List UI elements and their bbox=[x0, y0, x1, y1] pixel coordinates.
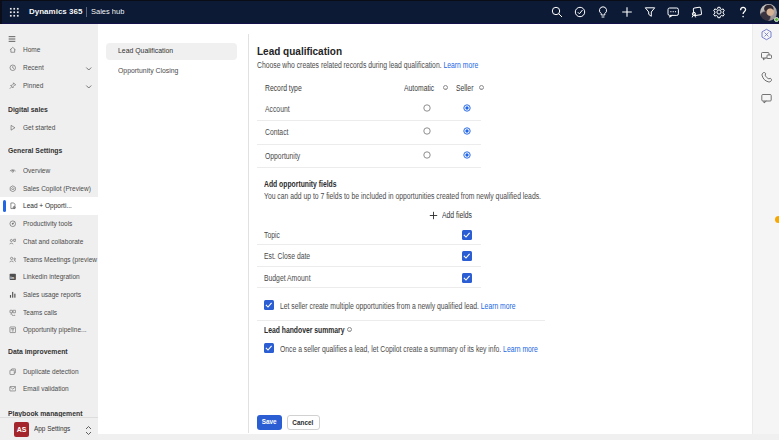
svg-text:in: in bbox=[10, 275, 14, 280]
